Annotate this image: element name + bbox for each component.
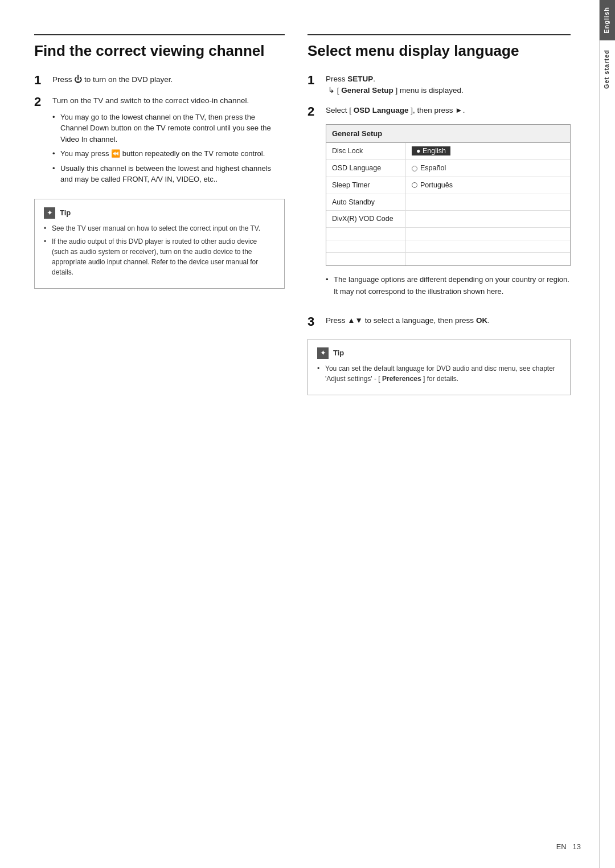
divx-label: DivX(R) VOD Code (326, 211, 406, 227)
auto-standby-label: Auto Standby (326, 194, 406, 211)
bullet-1: You may go to the lowest channel on the … (52, 112, 285, 145)
right-step-3-number: 3 (308, 315, 320, 329)
auto-standby-value (406, 194, 570, 211)
sleep-timer-value: Português (406, 177, 570, 194)
setup-row-disc-lock: Disc Lock ● English (326, 143, 570, 160)
page-container: Find the correct viewing channel 1 Press… (0, 0, 615, 868)
left-tip-label: Tip (60, 208, 71, 217)
left-tip-bullet-1: See the TV user manual on how to select … (44, 223, 275, 234)
left-tip-bullet-2: If the audio output of this DVD player i… (44, 236, 275, 277)
sidebar-get-started-label: Get started (600, 43, 616, 96)
english-selected: ● English (412, 146, 450, 155)
right-tip-box: ✦ Tip You can set the default language f… (308, 339, 571, 395)
right-step-2-content: Select [ OSD Language ], then press ►. G… (326, 105, 571, 307)
setup-row-sleep-timer: Sleep Timer Português (326, 177, 570, 194)
right-tip-star-icon: ✦ (317, 347, 329, 359)
left-section-title: Find the correct viewing channel (34, 34, 285, 60)
right-step-3-content: Press ▲▼ to select a language, then pres… (326, 315, 490, 326)
disc-lock-label: Disc Lock (326, 143, 406, 159)
right-step-3: 3 Press ▲▼ to select a language, then pr… (308, 315, 571, 329)
info-bullet-1: The language options are different depen… (326, 274, 571, 298)
setup-row-empty-2 (326, 240, 570, 253)
right-step-2-number: 2 (308, 105, 320, 118)
bullet-2: You may press ⏪ button repeatedly on the… (52, 148, 285, 159)
page-footer: EN 13 (556, 842, 581, 851)
bullet-3: Usually this channel is between the lowe… (52, 163, 285, 185)
tip-star-icon: ✦ (44, 207, 55, 219)
right-tip-bullet-1: You can set the default language for DVD… (317, 363, 561, 384)
sleep-timer-label: Sleep Timer (326, 177, 406, 194)
step-1-content: Press ⏻ to turn on the DVD player. (52, 73, 173, 85)
espanol-option: Español (412, 163, 564, 174)
right-step-1-number: 1 (308, 73, 320, 87)
portugues-radio (412, 182, 417, 188)
step-2: 2 Turn on the TV and switch to the corre… (34, 95, 285, 188)
right-step-1-content: Press SETUP. ↳ [ General Setup ] menu is… (326, 73, 464, 97)
espanol-label: Español (420, 163, 446, 174)
left-tip-header: ✦ Tip (44, 207, 275, 219)
setup-table-header: General Setup (326, 125, 570, 144)
setup-table: General Setup Disc Lock ● English OSD La… (326, 124, 571, 266)
right-tip-header: ✦ Tip (317, 347, 561, 359)
setup-row-osd-language: OSD Language Español (326, 160, 570, 177)
step-2-number: 2 (34, 95, 47, 109)
sidebar-english-label: English (600, 0, 616, 40)
info-bullet-list: The language options are different depen… (326, 274, 571, 298)
divx-value (406, 211, 570, 227)
setup-row-empty-3 (326, 253, 570, 265)
right-tip-label: Tip (333, 349, 344, 357)
setup-row-divx: DivX(R) VOD Code (326, 211, 570, 228)
right-step-2: 2 Select [ OSD Language ], then press ►.… (308, 105, 571, 307)
osd-language-value: Español (406, 160, 570, 177)
right-step-1: 1 Press SETUP. ↳ [ General Setup ] menu … (308, 73, 571, 97)
right-column: Select menu display language 1 Press SET… (308, 34, 571, 834)
sidebar-tab: English Get started (599, 0, 615, 868)
disc-lock-value: ● English (406, 143, 570, 159)
step-2-content: Turn on the TV and switch to the correct… (52, 95, 285, 188)
espanol-radio (412, 166, 417, 171)
footer-page-number: 13 (573, 842, 581, 851)
setup-row-empty-1 (326, 228, 570, 240)
step-1: 1 Press ⏻ to turn on the DVD player. (34, 73, 285, 87)
left-tip-box: ✦ Tip See the TV user manual on how to s… (34, 199, 285, 289)
right-section-title: Select menu display language (308, 34, 571, 60)
osd-language-label: OSD Language (326, 160, 406, 177)
footer-en: EN (556, 842, 567, 851)
step-1-number: 1 (34, 73, 47, 87)
portugues-label: Português (420, 180, 453, 191)
setup-row-auto-standby: Auto Standby (326, 194, 570, 211)
right-tip-bullets: You can set the default language for DVD… (317, 363, 561, 384)
left-column: Find the correct viewing channel 1 Press… (34, 34, 285, 834)
main-content: Find the correct viewing channel 1 Press… (0, 0, 599, 868)
portugues-option: Português (412, 180, 564, 191)
step-2-bullets: You may go to the lowest channel on the … (52, 112, 285, 185)
left-tip-bullets: See the TV user manual on how to select … (44, 223, 275, 277)
